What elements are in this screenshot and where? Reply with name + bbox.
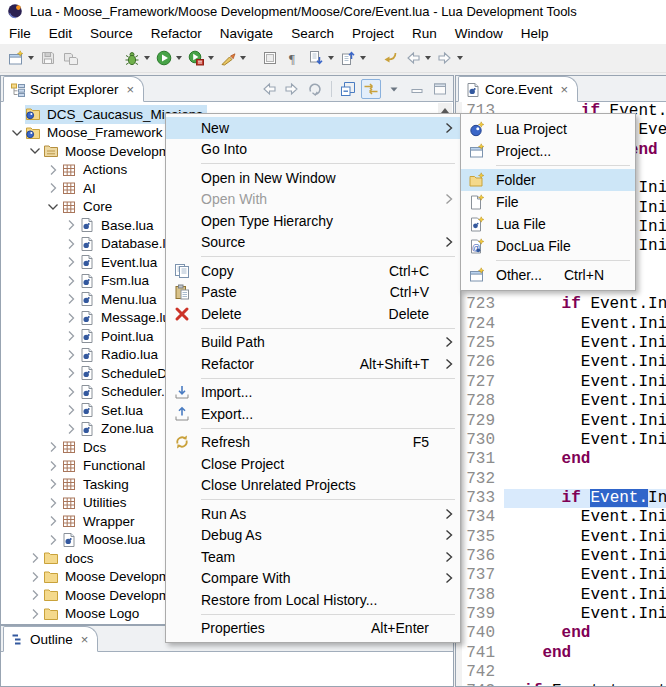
new-button[interactable] [5, 46, 37, 70]
context-menu-item-export[interactable]: Export... [166, 403, 460, 425]
chevron-right-icon[interactable] [45, 495, 61, 511]
menubar-item-edit[interactable]: Edit [40, 23, 81, 44]
code-line-741[interactable]: 741 end [462, 644, 666, 663]
new-submenu-item-lua-project[interactable]: Lua Project [461, 118, 635, 140]
menubar-item-source[interactable]: Source [81, 23, 142, 44]
explorer-back-button[interactable] [259, 79, 279, 99]
collapse-all-button[interactable] [338, 79, 358, 99]
code-line-726[interactable]: 726 Event.IniDCSGroup = Event.IniDCSUnit… [462, 353, 666, 372]
code-line-739[interactable]: 739 Event.IniTypeName = Event.IniDCSUnit… [462, 605, 666, 624]
chevron-right-icon[interactable] [27, 587, 43, 603]
context-menu-item-source[interactable]: Source [166, 232, 460, 254]
chevron-right-icon[interactable] [45, 476, 61, 492]
chevron-right-icon[interactable] [63, 421, 79, 437]
tab-close-icon[interactable]: × [81, 633, 89, 646]
dropdown-caret-icon[interactable] [144, 56, 150, 60]
chevron-right-icon[interactable] [63, 365, 79, 381]
dropdown-caret-icon[interactable] [208, 56, 214, 60]
tab-script-explorer[interactable]: Script Explorer × [3, 76, 144, 102]
chevron-right-icon[interactable] [63, 328, 79, 344]
chevron-right-icon[interactable] [63, 273, 79, 289]
code-line-723[interactable]: 723 if Event.IniDCSUnit then [462, 295, 666, 314]
view-menu-button[interactable] [384, 79, 404, 99]
dropdown-caret-icon[interactable] [240, 56, 246, 60]
chevron-right-icon[interactable] [45, 162, 61, 178]
chevron-right-icon[interactable] [45, 180, 61, 196]
new-submenu-item-doclua-file[interactable]: @DocLua File [461, 235, 635, 257]
context-menu-item-debug-as[interactable]: Debug As [166, 525, 460, 547]
chevron-right-icon[interactable] [63, 310, 79, 326]
link-editor-button[interactable] [361, 79, 381, 99]
code-line-733[interactable]: 733 if Event.IniDCSGroup then [462, 489, 666, 508]
mark-occurrences-button[interactable] [259, 46, 282, 70]
code-line-727[interactable]: 727 Event.IniPlayerName = Event.IniDCSUn… [462, 373, 666, 392]
tab-outline[interactable]: Outline × [3, 626, 98, 652]
chevron-right-icon[interactable] [63, 236, 79, 252]
context-menu-item-new[interactable]: New [166, 117, 460, 139]
chevron-down-icon[interactable] [9, 125, 25, 141]
maximize-button[interactable] [430, 79, 450, 99]
context-menu-item-close-project[interactable]: Close Project [166, 453, 460, 475]
next-annotation-button[interactable] [305, 46, 337, 70]
context-menu-item-delete[interactable]: DeleteDelete [166, 303, 460, 325]
dropdown-caret-icon[interactable] [328, 56, 334, 60]
dropdown-caret-icon[interactable] [360, 56, 366, 60]
code-line-743[interactable]: 743 if Event.target then [462, 682, 666, 686]
chevron-down-icon[interactable] [45, 199, 61, 215]
context-menu-item-build-path[interactable]: Build Path [166, 332, 460, 354]
chevron-right-icon[interactable] [27, 569, 43, 585]
context-menu-item-import[interactable]: Import... [166, 382, 460, 404]
show-whitespace-button[interactable]: ¶ [282, 46, 305, 70]
context-menu-item-team[interactable]: Team [166, 546, 460, 568]
explorer-up-button[interactable] [305, 79, 325, 99]
chevron-right-icon[interactable] [27, 550, 43, 566]
forward-button[interactable] [434, 46, 466, 70]
context-menu-item-refresh[interactable]: RefreshF5 [166, 432, 460, 454]
run-external-button[interactable] [185, 46, 217, 70]
chevron-right-icon[interactable] [63, 402, 79, 418]
code-line-730[interactable]: 730 Event.IniTypeName = Event.IniDCSUnit… [462, 431, 666, 450]
debug-button[interactable] [121, 46, 153, 70]
context-menu-item-restore-from-local-history[interactable]: Restore from Local History... [166, 589, 460, 611]
context-menu-item-go-into[interactable]: Go Into [166, 139, 460, 161]
last-edit-location-button[interactable] [379, 46, 402, 70]
menubar-item-navigate[interactable]: Navigate [211, 23, 282, 44]
back-button[interactable] [402, 46, 434, 70]
context-menu-item-refactor[interactable]: RefactorAlt+Shift+T [166, 353, 460, 375]
dropdown-caret-icon[interactable] [457, 56, 463, 60]
chevron-right-icon[interactable] [63, 347, 79, 363]
chevron-right-icon[interactable] [27, 606, 43, 622]
context-menu-item-run-as[interactable]: Run As [166, 503, 460, 525]
code-line-736[interactable]: 736 Event.IniGroup = GROUP:FindByName( E… [462, 547, 666, 566]
context-menu-item-compare-with[interactable]: Compare With [166, 568, 460, 590]
context-menu-item-open-type-hierarchy[interactable]: Open Type Hierarchy [166, 210, 460, 232]
chevron-down-icon[interactable] [27, 143, 43, 159]
code-line-734[interactable]: 734 Event.IniDCSGroupName = Event.IniDCS… [462, 508, 666, 527]
tab-close-icon[interactable]: × [561, 83, 569, 96]
menubar-item-window[interactable]: Window [446, 23, 512, 44]
chevron-right-icon[interactable] [45, 532, 61, 548]
code-line-740[interactable]: 740 end [462, 624, 666, 643]
menubar-item-run[interactable]: Run [403, 23, 446, 44]
tab-close-icon[interactable]: × [127, 83, 135, 96]
previous-annotation-button[interactable] [337, 46, 369, 70]
explorer-forward-button[interactable] [282, 79, 302, 99]
code-line-732[interactable]: 732 [462, 470, 666, 489]
code-line-725[interactable]: 725 Event.IniUnitName = Event.IniDCSUnit… [462, 334, 666, 353]
code-line-742[interactable]: 742 [462, 663, 666, 682]
context-menu-item-copy[interactable]: CopyCtrl+C [166, 260, 460, 282]
menubar-item-file[interactable]: File [0, 23, 40, 44]
code-line-731[interactable]: 731 end [462, 450, 666, 469]
code-line-724[interactable]: 724 Event.IniDCSUnitName = Event.IniDCSU… [462, 315, 666, 334]
tab-core-event[interactable]: Core.Event × [458, 76, 578, 102]
run-button[interactable] [153, 46, 185, 70]
chevron-right-icon[interactable] [63, 384, 79, 400]
code-line-738[interactable]: 738 Event.IniCategory = Event.IniDCSUnit… [462, 586, 666, 605]
dropdown-caret-icon[interactable] [425, 56, 431, 60]
menubar-item-project[interactable]: Project [343, 23, 403, 44]
code-line-737[interactable]: 737 Event.IniUnitName = Event.IniDCSUnit… [462, 566, 666, 585]
new-submenu-item-lua-file[interactable]: Lua File [461, 213, 635, 235]
code-line-728[interactable]: 728 Event.IniCoalition = Event.IniDCSUni… [462, 392, 666, 411]
menubar-item-help[interactable]: Help [512, 23, 558, 44]
new-submenu-item-folder[interactable]: Folder [461, 169, 635, 191]
